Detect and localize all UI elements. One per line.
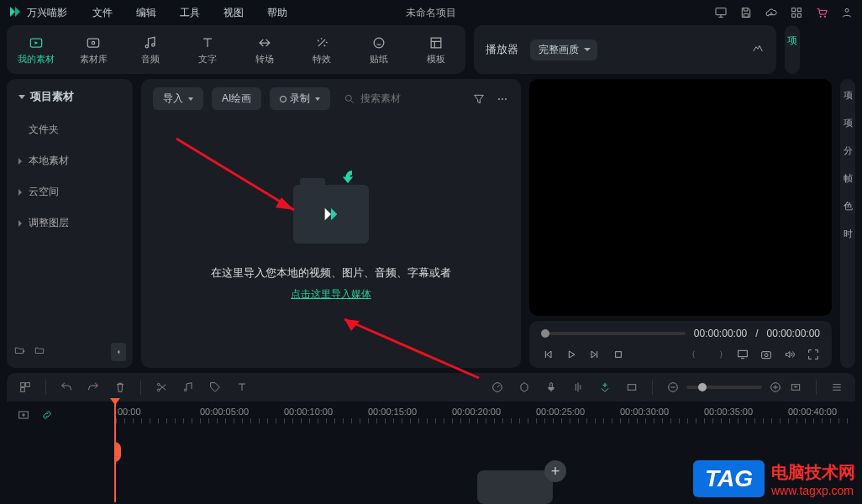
import-folder-icon[interactable] xyxy=(293,185,369,244)
snapshot-icon[interactable] xyxy=(760,348,773,361)
list-icon[interactable] xyxy=(830,381,844,394)
next-frame-icon[interactable] xyxy=(588,348,602,361)
marker-icon[interactable] xyxy=(518,381,531,394)
watermark: TAG 电脑技术网 www.tagxp.com xyxy=(693,460,855,497)
stop-icon[interactable] xyxy=(612,348,625,361)
sidebar-item-adjust[interactable]: 调整图层 xyxy=(7,207,133,239)
sidebar-item-local[interactable]: 本地素材 xyxy=(7,145,133,176)
svg-point-18 xyxy=(505,98,507,100)
add-track-icon[interactable] xyxy=(17,408,30,422)
svg-rect-9 xyxy=(87,39,98,47)
volume-icon[interactable] xyxy=(783,348,796,361)
svg-point-16 xyxy=(498,98,500,100)
menu-view[interactable]: 视图 xyxy=(223,6,244,20)
svg-point-17 xyxy=(502,98,503,100)
tab-my-media[interactable]: 我的素材 xyxy=(12,30,60,69)
svg-rect-4 xyxy=(797,13,801,17)
text-tool-icon[interactable] xyxy=(235,381,249,394)
save-icon[interactable] xyxy=(739,6,753,19)
svg-rect-20 xyxy=(738,350,748,356)
desktop-icon[interactable] xyxy=(714,6,728,19)
mark-out-icon[interactable] xyxy=(712,348,726,361)
project-media-header[interactable]: 项目素材 xyxy=(7,79,133,114)
more-icon[interactable] xyxy=(496,92,509,106)
menu-edit[interactable]: 编辑 xyxy=(136,6,156,20)
magnet-icon[interactable] xyxy=(598,381,612,394)
right-label-f[interactable]: 时 xyxy=(844,228,853,240)
search-input[interactable]: 搜索素材 xyxy=(344,92,401,106)
video-preview[interactable] xyxy=(529,79,832,316)
track-handle[interactable] xyxy=(114,442,121,462)
tab-transition[interactable]: 转场 xyxy=(240,30,289,69)
zoom-fit-icon[interactable] xyxy=(789,381,802,394)
ratio-icon[interactable] xyxy=(625,381,639,394)
apps-icon[interactable] xyxy=(790,6,803,19)
tab-media-lib[interactable]: 素材库 xyxy=(69,30,118,69)
audio-adjust-icon[interactable] xyxy=(571,381,585,394)
tab-audio[interactable]: 音频 xyxy=(126,30,175,69)
voiceover-icon[interactable] xyxy=(544,381,558,394)
right-tab[interactable]: 项 xyxy=(785,25,800,74)
speed-icon[interactable] xyxy=(491,381,504,394)
project-title: 未命名项目 xyxy=(406,6,456,20)
import-button[interactable]: 导入 xyxy=(153,87,203,110)
right-label-e[interactable]: 色 xyxy=(844,200,853,213)
collapse-sidebar-icon[interactable] xyxy=(111,343,126,361)
svg-point-28 xyxy=(184,389,187,391)
quality-dropdown[interactable]: 完整画质 xyxy=(530,39,597,60)
right-label-a[interactable]: 项 xyxy=(844,89,853,102)
tab-effects[interactable]: 特效 xyxy=(297,30,346,69)
cut-icon[interactable] xyxy=(155,381,168,394)
drop-text: 在这里导入您本地的视频、图片、音频、字幕或者 xyxy=(211,265,451,281)
record-button[interactable]: 录制 xyxy=(270,87,330,110)
cloud-icon[interactable] xyxy=(765,6,778,19)
ai-draw-button[interactable]: AI绘画 xyxy=(212,87,261,110)
time-ruler[interactable]: 00:00 00:00:05:00 00:00:10:00 00:00:15:0… xyxy=(116,402,855,422)
tab-text[interactable]: 文字 xyxy=(183,30,232,69)
svg-point-27 xyxy=(157,383,160,386)
svg-rect-3 xyxy=(792,13,796,17)
player-label: 播放器 xyxy=(486,42,518,57)
user-icon[interactable] xyxy=(840,6,854,19)
delete-icon[interactable] xyxy=(113,381,127,394)
play-icon[interactable] xyxy=(565,348,578,361)
import-link[interactable]: 点击这里导入媒体 xyxy=(291,287,371,302)
fullscreen-icon[interactable] xyxy=(807,348,820,361)
progress-slider[interactable] xyxy=(541,332,686,335)
sidebar-item-cloud[interactable]: 云空间 xyxy=(7,176,133,207)
folder-icon[interactable] xyxy=(34,344,45,360)
link-icon[interactable] xyxy=(40,408,54,422)
zoom-in-icon[interactable] xyxy=(769,381,782,394)
filter-icon[interactable] xyxy=(472,92,486,106)
zoom-slider[interactable] xyxy=(686,386,762,389)
screen-icon[interactable] xyxy=(736,348,749,361)
sidebar-item-folder[interactable]: 文件夹 xyxy=(7,114,133,145)
svg-point-22 xyxy=(765,354,768,357)
svg-rect-0 xyxy=(716,8,726,15)
layout-icon[interactable] xyxy=(18,381,32,394)
right-label-c[interactable]: 分 xyxy=(844,144,853,157)
music-icon[interactable] xyxy=(181,381,195,394)
mark-in-icon[interactable] xyxy=(689,348,702,361)
menu-help[interactable]: 帮助 xyxy=(267,6,287,20)
add-clip-button[interactable]: + xyxy=(544,460,566,482)
cart-icon[interactable] xyxy=(815,6,828,19)
undo-icon[interactable] xyxy=(60,381,73,394)
tab-stickers[interactable]: 贴纸 xyxy=(355,30,403,69)
tag-icon[interactable] xyxy=(208,381,222,394)
prev-frame-icon[interactable] xyxy=(541,348,555,361)
right-label-b[interactable]: 项 xyxy=(844,117,853,129)
svg-point-7 xyxy=(845,8,849,12)
redo-icon[interactable] xyxy=(87,381,100,394)
menu-file[interactable]: 文件 xyxy=(92,6,113,20)
zoom-out-icon[interactable] xyxy=(666,381,680,394)
svg-rect-24 xyxy=(26,383,30,387)
search-icon xyxy=(344,93,355,105)
scope-icon[interactable] xyxy=(751,41,765,58)
menu-tools[interactable]: 工具 xyxy=(180,6,200,20)
right-label-d[interactable]: 帧 xyxy=(844,172,853,185)
tab-templates[interactable]: 模板 xyxy=(412,30,460,69)
svg-point-26 xyxy=(157,389,160,391)
clip-placeholder[interactable] xyxy=(477,470,553,504)
new-folder-icon[interactable] xyxy=(13,344,25,360)
